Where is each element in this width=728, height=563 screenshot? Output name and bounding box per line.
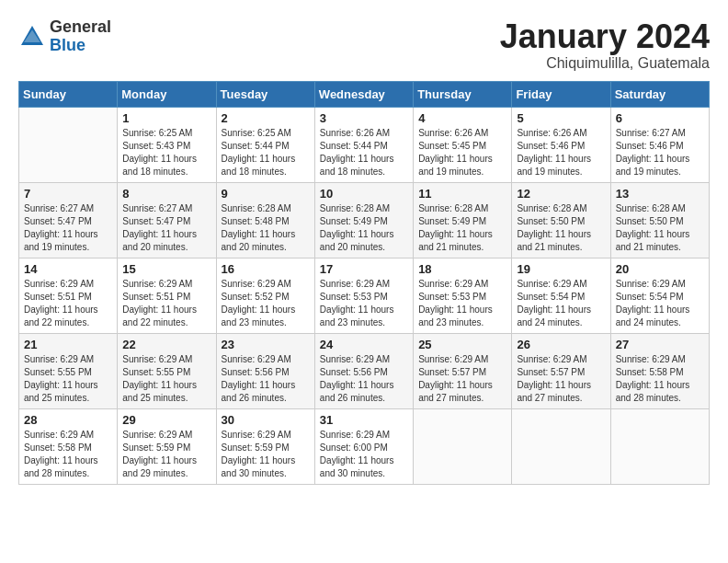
calendar-week-4: 21Sunrise: 6:29 AM Sunset: 5:55 PM Dayli… — [19, 333, 710, 408]
day-number: 27 — [616, 338, 704, 351]
calendar-cell — [512, 408, 610, 484]
day-number: 26 — [517, 338, 605, 351]
day-number: 19 — [517, 262, 605, 276]
day-number: 29 — [122, 413, 210, 427]
calendar-cell: 16Sunrise: 6:29 AM Sunset: 5:52 PM Dayli… — [216, 258, 314, 333]
day-number: 12 — [517, 187, 605, 201]
day-number: 10 — [320, 187, 408, 201]
day-info: Sunrise: 6:29 AM Sunset: 5:53 PM Dayligh… — [320, 278, 408, 329]
calendar-cell: 22Sunrise: 6:29 AM Sunset: 5:55 PM Dayli… — [118, 333, 216, 408]
day-info: Sunrise: 6:25 AM Sunset: 5:44 PM Dayligh… — [222, 127, 310, 178]
day-info: Sunrise: 6:28 AM Sunset: 5:49 PM Dayligh… — [320, 202, 408, 254]
day-number: 3 — [320, 111, 408, 125]
day-number: 4 — [418, 111, 506, 125]
day-info: Sunrise: 6:26 AM Sunset: 5:46 PM Dayligh… — [517, 127, 605, 178]
calendar-cell: 17Sunrise: 6:29 AM Sunset: 5:53 PM Dayli… — [314, 258, 413, 333]
page-header: General Blue January 2024 Chiquimulilla,… — [18, 18, 710, 72]
day-info: Sunrise: 6:29 AM Sunset: 5:55 PM Dayligh… — [122, 353, 210, 405]
calendar-cell: 10Sunrise: 6:28 AM Sunset: 5:49 PM Dayli… — [314, 182, 413, 258]
logo-text: General Blue — [50, 18, 111, 55]
header-day-sunday: Sunday — [19, 81, 118, 107]
day-number: 31 — [320, 413, 408, 427]
day-info: Sunrise: 6:29 AM Sunset: 5:51 PM Dayligh… — [122, 278, 210, 329]
calendar-week-2: 7Sunrise: 6:27 AM Sunset: 5:47 PM Daylig… — [19, 182, 710, 258]
day-info: Sunrise: 6:26 AM Sunset: 5:45 PM Dayligh… — [418, 127, 506, 178]
day-number: 18 — [418, 262, 506, 276]
day-number: 23 — [222, 338, 310, 351]
day-info: Sunrise: 6:28 AM Sunset: 5:50 PM Dayligh… — [616, 202, 704, 254]
day-number: 28 — [24, 413, 112, 427]
month-title: January 2024 — [500, 18, 710, 55]
header-day-friday: Friday — [512, 81, 610, 107]
calendar-cell: 21Sunrise: 6:29 AM Sunset: 5:55 PM Dayli… — [19, 333, 118, 408]
day-info: Sunrise: 6:29 AM Sunset: 5:56 PM Dayligh… — [222, 353, 310, 405]
day-number: 14 — [24, 262, 112, 276]
day-info: Sunrise: 6:29 AM Sunset: 5:55 PM Dayligh… — [24, 353, 112, 405]
location-subtitle: Chiquimulilla, Guatemala — [500, 55, 710, 72]
day-number: 11 — [418, 187, 506, 201]
calendar-cell: 19Sunrise: 6:29 AM Sunset: 5:54 PM Dayli… — [512, 258, 610, 333]
calendar-cell: 8Sunrise: 6:27 AM Sunset: 5:47 PM Daylig… — [118, 182, 216, 258]
logo-icon — [18, 23, 46, 51]
day-info: Sunrise: 6:29 AM Sunset: 5:56 PM Dayligh… — [320, 353, 408, 405]
title-section: January 2024 Chiquimulilla, Guatemala — [500, 18, 710, 72]
calendar-cell: 5Sunrise: 6:26 AM Sunset: 5:46 PM Daylig… — [512, 107, 610, 182]
day-info: Sunrise: 6:29 AM Sunset: 5:57 PM Dayligh… — [418, 353, 506, 405]
logo-general-text: General — [50, 18, 111, 37]
day-info: Sunrise: 6:29 AM Sunset: 5:54 PM Dayligh… — [616, 278, 704, 329]
day-number: 2 — [222, 111, 310, 125]
calendar-cell: 1Sunrise: 6:25 AM Sunset: 5:43 PM Daylig… — [118, 107, 216, 182]
day-info: Sunrise: 6:28 AM Sunset: 5:48 PM Dayligh… — [222, 202, 310, 254]
day-info: Sunrise: 6:29 AM Sunset: 5:58 PM Dayligh… — [24, 429, 112, 480]
calendar-cell: 31Sunrise: 6:29 AM Sunset: 6:00 PM Dayli… — [314, 408, 413, 484]
calendar-cell — [610, 408, 709, 484]
calendar-body: 1Sunrise: 6:25 AM Sunset: 5:43 PM Daylig… — [19, 107, 710, 484]
calendar-table: SundayMondayTuesdayWednesdayThursdayFrid… — [18, 81, 710, 485]
day-info: Sunrise: 6:25 AM Sunset: 5:43 PM Dayligh… — [122, 127, 210, 178]
day-number: 7 — [24, 187, 112, 201]
calendar-cell: 20Sunrise: 6:29 AM Sunset: 5:54 PM Dayli… — [610, 258, 709, 333]
logo: General Blue — [18, 18, 111, 55]
day-info: Sunrise: 6:27 AM Sunset: 5:46 PM Dayligh… — [616, 127, 704, 178]
day-number: 8 — [122, 187, 210, 201]
day-info: Sunrise: 6:29 AM Sunset: 5:59 PM Dayligh… — [222, 429, 310, 480]
day-number: 21 — [24, 338, 112, 351]
calendar-cell: 6Sunrise: 6:27 AM Sunset: 5:46 PM Daylig… — [610, 107, 709, 182]
day-number: 9 — [222, 187, 310, 201]
calendar-cell: 15Sunrise: 6:29 AM Sunset: 5:51 PM Dayli… — [118, 258, 216, 333]
header-day-saturday: Saturday — [610, 81, 709, 107]
day-info: Sunrise: 6:28 AM Sunset: 5:49 PM Dayligh… — [418, 202, 506, 254]
day-number: 24 — [320, 338, 408, 351]
calendar-cell: 14Sunrise: 6:29 AM Sunset: 5:51 PM Dayli… — [19, 258, 118, 333]
calendar-header: SundayMondayTuesdayWednesdayThursdayFrid… — [19, 81, 710, 107]
calendar-cell: 28Sunrise: 6:29 AM Sunset: 5:58 PM Dayli… — [19, 408, 118, 484]
day-info: Sunrise: 6:29 AM Sunset: 5:51 PM Dayligh… — [24, 278, 112, 329]
calendar-cell: 23Sunrise: 6:29 AM Sunset: 5:56 PM Dayli… — [216, 333, 314, 408]
day-info: Sunrise: 6:27 AM Sunset: 5:47 PM Dayligh… — [122, 202, 210, 254]
calendar-cell: 9Sunrise: 6:28 AM Sunset: 5:48 PM Daylig… — [216, 182, 314, 258]
calendar-cell — [414, 408, 512, 484]
day-number: 5 — [517, 111, 605, 125]
calendar-cell: 11Sunrise: 6:28 AM Sunset: 5:49 PM Dayli… — [414, 182, 512, 258]
day-number: 1 — [122, 111, 210, 125]
header-day-tuesday: Tuesday — [216, 81, 314, 107]
calendar-cell: 18Sunrise: 6:29 AM Sunset: 5:53 PM Dayli… — [414, 258, 512, 333]
calendar-cell: 7Sunrise: 6:27 AM Sunset: 5:47 PM Daylig… — [19, 182, 118, 258]
day-number: 6 — [616, 111, 704, 125]
day-number: 16 — [222, 262, 310, 276]
day-number: 25 — [418, 338, 506, 351]
day-info: Sunrise: 6:29 AM Sunset: 5:54 PM Dayligh… — [517, 278, 605, 329]
calendar-cell: 25Sunrise: 6:29 AM Sunset: 5:57 PM Dayli… — [414, 333, 512, 408]
day-info: Sunrise: 6:28 AM Sunset: 5:50 PM Dayligh… — [517, 202, 605, 254]
day-info: Sunrise: 6:26 AM Sunset: 5:44 PM Dayligh… — [320, 127, 408, 178]
day-number: 22 — [122, 338, 210, 351]
calendar-cell: 4Sunrise: 6:26 AM Sunset: 5:45 PM Daylig… — [414, 107, 512, 182]
header-day-wednesday: Wednesday — [314, 81, 413, 107]
calendar-cell — [19, 107, 118, 182]
calendar-week-3: 14Sunrise: 6:29 AM Sunset: 5:51 PM Dayli… — [19, 258, 710, 333]
day-info: Sunrise: 6:29 AM Sunset: 5:52 PM Dayligh… — [222, 278, 310, 329]
day-number: 30 — [222, 413, 310, 427]
header-day-thursday: Thursday — [414, 81, 512, 107]
calendar-cell: 3Sunrise: 6:26 AM Sunset: 5:44 PM Daylig… — [314, 107, 413, 182]
calendar-cell: 12Sunrise: 6:28 AM Sunset: 5:50 PM Dayli… — [512, 182, 610, 258]
